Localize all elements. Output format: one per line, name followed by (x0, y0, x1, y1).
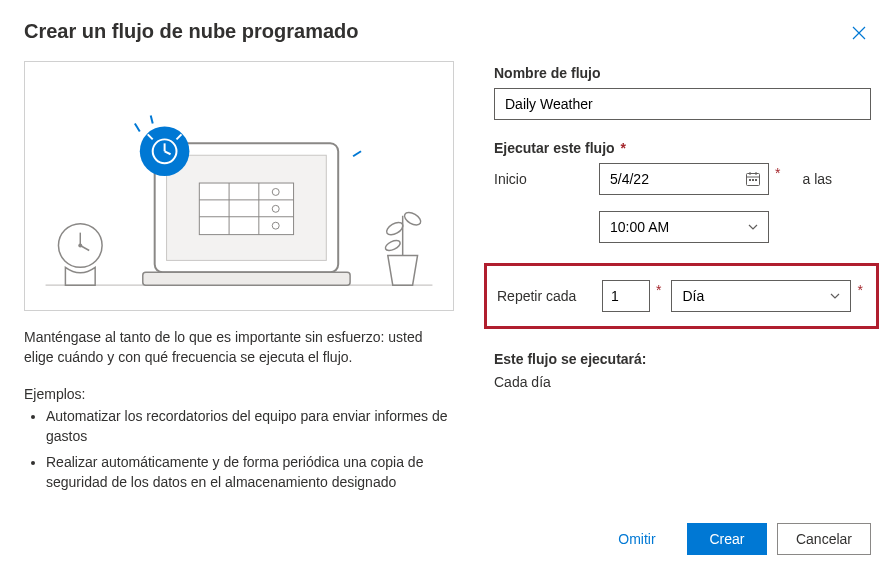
calendar-icon[interactable] (745, 171, 761, 187)
repeat-unit-select[interactable]: Día (671, 280, 851, 312)
illustration (24, 61, 454, 311)
svg-rect-9 (143, 272, 350, 285)
required-marker: * (775, 165, 780, 181)
required-marker: * (857, 282, 862, 298)
example-item: Automatizar los recordatorios del equipo… (46, 406, 454, 447)
svg-line-6 (151, 116, 153, 124)
repeat-row-highlight: Repetir cada * Día * (484, 263, 879, 329)
svg-line-24 (353, 151, 361, 156)
svg-point-28 (384, 239, 402, 253)
svg-line-4 (80, 246, 89, 251)
start-date-input[interactable] (599, 163, 769, 195)
start-label: Inicio (494, 171, 589, 187)
svg-point-27 (402, 210, 422, 228)
flow-name-input[interactable] (494, 88, 871, 120)
run-flow-label: Ejecutar este flujo * (494, 140, 871, 156)
skip-button[interactable]: Omitir (597, 523, 677, 555)
close-icon (851, 25, 867, 41)
svg-rect-33 (749, 179, 751, 181)
at-label: a las (802, 171, 832, 187)
dialog-title: Crear un flujo de nube programado (24, 20, 358, 43)
close-button[interactable] (847, 20, 871, 48)
cancel-button[interactable]: Cancelar (777, 523, 871, 555)
svg-point-26 (385, 220, 405, 238)
svg-rect-35 (755, 179, 757, 181)
summary-label: Este flujo se ejecutará: (494, 351, 871, 367)
chevron-down-icon (829, 290, 841, 302)
examples-label: Ejemplos: (24, 386, 454, 402)
start-time-select[interactable]: 10:00 AM (599, 211, 769, 243)
svg-rect-34 (752, 179, 754, 181)
description-text: Manténgase al tanto de lo que es importa… (24, 327, 454, 368)
repeat-count-input[interactable] (602, 280, 650, 312)
required-marker: * (656, 282, 661, 298)
svg-line-5 (135, 124, 140, 132)
repeat-label: Repetir cada (497, 288, 592, 304)
example-item: Realizar automáticamente y de forma peri… (46, 452, 454, 493)
flow-name-label: Nombre de flujo (494, 65, 871, 81)
create-button[interactable]: Crear (687, 523, 767, 555)
summary-text: Cada día (494, 374, 871, 390)
chevron-down-icon (747, 221, 759, 233)
